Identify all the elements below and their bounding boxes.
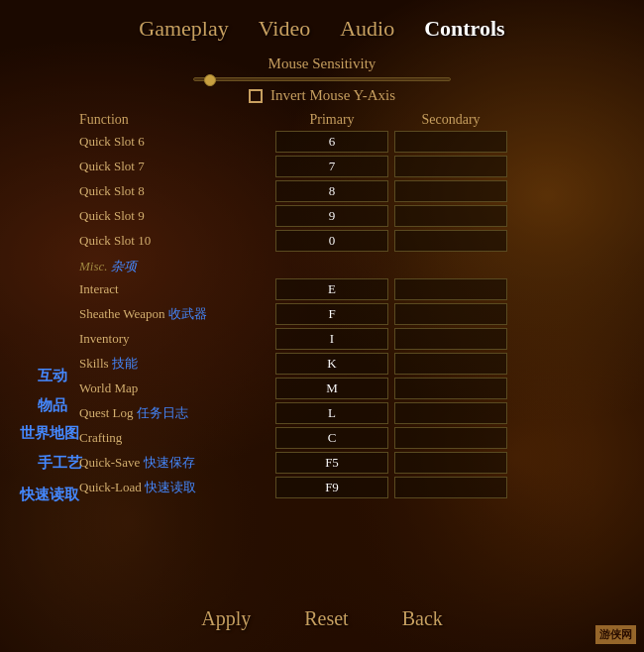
row-quickslot10-name: Quick Slot 10 [74, 233, 272, 249]
row-inventory-name: Inventory [74, 331, 272, 347]
table-row: Sheathe Weapon 收武器 F [74, 302, 570, 326]
invert-checkbox[interactable] [249, 89, 263, 103]
row-quickslot10-primary[interactable]: 0 [275, 230, 388, 252]
row-inventory-primary[interactable]: I [275, 328, 388, 350]
row-skills-name: Skills 技能 [74, 355, 272, 373]
row-quickslot8-primary[interactable]: 8 [275, 180, 388, 202]
row-interact-name: Interact [74, 281, 272, 297]
table-row: Quick Slot 6 6 [74, 130, 570, 154]
misc-category-label: Misc. 杂项 [74, 258, 510, 275]
nav-tabs: Gameplay Video Audio Controls [0, 0, 644, 52]
tab-controls[interactable]: Controls [414, 14, 515, 44]
table-row: Quest Log 任务日志 L [74, 401, 570, 425]
bottom-buttons: Apply Reset Back [0, 605, 644, 632]
row-interact-primary[interactable]: E [275, 278, 388, 300]
table-row: Inventory I [74, 327, 570, 351]
row-interact-secondary[interactable] [394, 278, 507, 300]
misc-category-row: Misc. 杂项 [74, 254, 570, 276]
invert-section: Invert Mouse Y-Axis [249, 87, 395, 104]
row-skills-secondary[interactable] [394, 353, 507, 375]
row-quickslot8-secondary[interactable] [394, 180, 507, 202]
sensitivity-label: Mouse Sensitivity [268, 55, 376, 72]
row-quickslot9-secondary[interactable] [394, 205, 507, 227]
row-sheathe-name: Sheathe Weapon 收武器 [74, 305, 272, 323]
row-quicksave-primary[interactable]: F5 [275, 452, 388, 474]
apply-button[interactable]: Apply [189, 605, 263, 632]
row-quickslot7-primary[interactable]: 7 [275, 156, 388, 177]
table-row: Quick Slot 9 9 [74, 204, 570, 228]
table-row: World Map M [74, 377, 570, 400]
row-sheathe-primary[interactable]: F [275, 303, 388, 325]
row-questlog-secondary[interactable] [394, 402, 507, 424]
tab-audio[interactable]: Audio [330, 14, 404, 44]
reset-button[interactable]: Reset [292, 605, 360, 632]
row-quickload-name: Quick-Load 快速读取 [74, 479, 272, 496]
table-header: Function Primary Secondary [74, 112, 570, 128]
col-function: Function [74, 112, 272, 128]
row-crafting-secondary[interactable] [394, 427, 507, 449]
tab-gameplay[interactable]: Gameplay [129, 14, 238, 44]
col-primary: Primary [272, 112, 391, 128]
table-row: Quick-Save 快速保存 F5 [74, 451, 570, 475]
row-quicksave-name: Quick-Save 快速保存 [74, 454, 272, 472]
row-worldmap-name: World Map [74, 380, 272, 396]
row-quickslot6-name: Quick Slot 6 [74, 134, 272, 150]
table-row: Quick Slot 10 0 [74, 229, 570, 253]
row-worldmap-primary[interactable]: M [275, 378, 388, 399]
row-questlog-name: Quest Log 任务日志 [74, 404, 272, 422]
table-row: Quick Slot 8 8 [74, 179, 570, 203]
row-quickslot7-secondary[interactable] [394, 156, 507, 177]
sensitivity-section: Mouse Sensitivity [154, 55, 490, 81]
row-quickslot6-primary[interactable]: 6 [275, 131, 388, 153]
sensitivity-slider-thumb[interactable] [204, 74, 216, 86]
table-row: Skills 技能 K [74, 352, 570, 376]
row-inventory-secondary[interactable] [394, 328, 507, 350]
table-row: Quick-Load 快速读取 F9 [74, 476, 570, 499]
controls-list: Quick Slot 6 6 Quick Slot 7 7 Quick Slot… [74, 130, 570, 500]
invert-label: Invert Mouse Y-Axis [270, 87, 395, 104]
row-quickslot9-primary[interactable]: 9 [275, 205, 388, 227]
table-row: Quick Slot 7 7 [74, 155, 570, 178]
row-sheathe-secondary[interactable] [394, 303, 507, 325]
row-quicksave-secondary[interactable] [394, 452, 507, 474]
row-quickslot9-name: Quick Slot 9 [74, 208, 272, 224]
row-worldmap-secondary[interactable] [394, 378, 507, 399]
back-button[interactable]: Back [390, 605, 455, 632]
row-crafting-name: Crafting [74, 430, 272, 446]
row-quickslot7-name: Quick Slot 7 [74, 159, 272, 174]
row-quickslot6-secondary[interactable] [394, 131, 507, 153]
sensitivity-slider-track[interactable] [193, 77, 451, 81]
row-quickslot10-secondary[interactable] [394, 230, 507, 252]
row-quickload-primary[interactable]: F9 [275, 477, 388, 498]
row-quickslot8-name: Quick Slot 8 [74, 183, 272, 199]
tab-video[interactable]: Video [249, 14, 320, 44]
row-questlog-primary[interactable]: L [275, 402, 388, 424]
row-skills-primary[interactable]: K [275, 353, 388, 375]
row-quickload-secondary[interactable] [394, 477, 507, 498]
table-row: Crafting C [74, 426, 570, 450]
col-secondary: Secondary [391, 112, 510, 128]
row-crafting-primary[interactable]: C [275, 427, 388, 449]
table-row: Interact E [74, 277, 570, 301]
